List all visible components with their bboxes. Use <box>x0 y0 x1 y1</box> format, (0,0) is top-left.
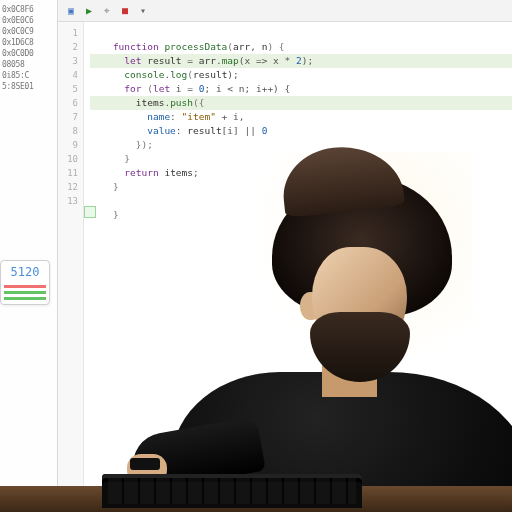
line-number: 4 <box>58 68 83 82</box>
cursor-marker <box>84 206 96 218</box>
sidebar-hexline: 5:8SE01 <box>2 81 55 92</box>
sidebar-hexline: 0x0C0D0 <box>2 48 55 59</box>
line-number: 8 <box>58 124 83 138</box>
line-number: 2 <box>58 40 83 54</box>
keyboard <box>102 474 362 508</box>
line-number: 6 <box>58 96 83 110</box>
line-number: 1 <box>58 26 83 40</box>
sidebar-hexline: 08058 <box>2 59 55 70</box>
info-panel-bars <box>4 285 46 300</box>
code-line: } <box>90 138 512 152</box>
line-number: 9 <box>58 138 83 152</box>
info-panel: 5120 <box>0 260 50 305</box>
save-icon[interactable]: ▣ <box>64 4 78 18</box>
line-number: 13 <box>58 194 83 208</box>
sidebar-hexline: 0x0E0C6 <box>2 15 55 26</box>
run-icon[interactable]: ▶ <box>82 4 96 18</box>
sidebar-hexline: 0i85:C <box>2 70 55 81</box>
chevron-down-icon[interactable]: ▾ <box>136 4 150 18</box>
code-line: return items; <box>90 152 512 166</box>
code-line <box>90 180 512 194</box>
stop-icon[interactable]: ■ <box>118 4 132 18</box>
line-number: 7 <box>58 110 83 124</box>
line-number: 11 <box>58 166 83 180</box>
line-number: 12 <box>58 180 83 194</box>
line-number: 10 <box>58 152 83 166</box>
sidebar-hexline: 0x0C0C9 <box>2 26 55 37</box>
code-line: function processData(arr, n) { <box>90 26 512 40</box>
project-sidebar-fragment: 0x0C8F6 0x0E0C6 0x0C0C9 0x1D6C8 0x0C0D0 … <box>0 0 58 512</box>
line-number: 3 <box>58 54 83 68</box>
sidebar-hexline: 0x1D6C8 <box>2 37 55 48</box>
code-editor[interactable]: function processData(arr, n) { let resul… <box>84 22 512 512</box>
line-number: 5 <box>58 82 83 96</box>
sidebar-hexline: 0x0C8F6 <box>2 4 55 15</box>
info-panel-value: 5120 <box>4 265 46 279</box>
editor-toolbar: ▣ ▶ ⌖ ■ ▾ <box>58 0 512 22</box>
debug-icon[interactable]: ⌖ <box>100 4 114 18</box>
code-line: } <box>90 194 512 208</box>
line-number-gutter: 1 2 3 4 5 6 7 8 9 10 11 12 13 <box>58 22 84 512</box>
